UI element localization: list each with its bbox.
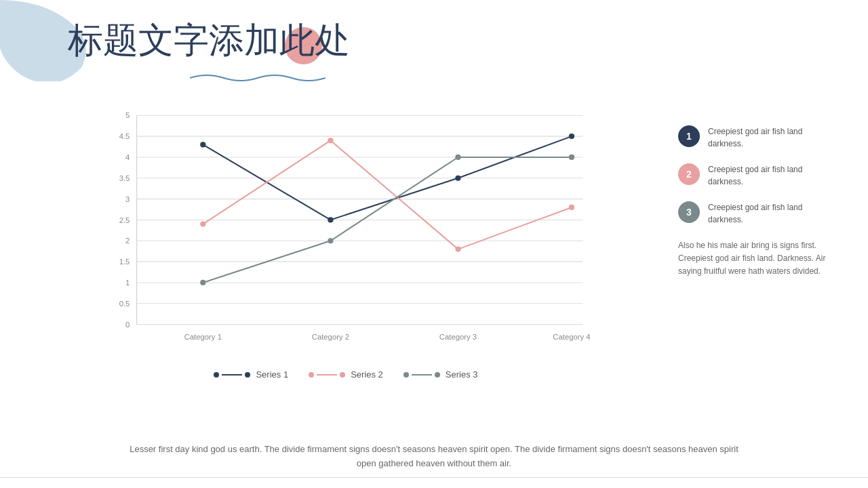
legend-label-series2: Series 2 [351, 369, 383, 380]
svg-point-34 [569, 205, 574, 210]
legend-card-3: 3 Creepiest god air fish land darkness. [678, 201, 834, 226]
svg-point-37 [455, 155, 460, 160]
svg-point-36 [328, 238, 333, 243]
legend-card-1: 1 Creepiest god air fish land darkness. [678, 125, 834, 150]
legend-dot-1b [245, 372, 250, 378]
legend-series1: Series 1 [214, 369, 288, 380]
svg-text:3.5: 3.5 [119, 174, 130, 182]
legend-label-series1: Series 1 [256, 369, 288, 380]
svg-text:2.5: 2.5 [119, 216, 130, 224]
bottom-text: Lesser first day kind god us earth. The … [0, 443, 868, 471]
svg-point-30 [569, 134, 574, 139]
svg-point-35 [200, 280, 205, 285]
right-panel: 1 Creepiest god air fish land darkness. … [678, 125, 834, 279]
legend-line-2 [317, 374, 337, 375]
svg-text:4.5: 4.5 [119, 132, 130, 140]
svg-text:Category 4: Category 4 [553, 333, 590, 341]
svg-point-33 [455, 247, 460, 252]
svg-point-32 [328, 138, 333, 143]
svg-point-28 [328, 217, 333, 222]
legend-number-3: 3 [678, 201, 700, 223]
wave-decoration [190, 71, 326, 85]
legend-card-2: 2 Creepiest god air fish land darkness. [678, 163, 834, 188]
svg-text:Category 2: Category 2 [312, 333, 349, 341]
legend-dot-2 [309, 372, 314, 378]
legend-dot-3 [403, 372, 409, 378]
chart-container: 5 4.5 4 3.5 3 2.5 2 1.5 1 0.5 0 Category… [95, 105, 597, 363]
legend-number-1: 1 [678, 125, 700, 147]
legend-description: Also he his male air bring is signs firs… [678, 239, 834, 279]
legend-text-2: Creepiest god air fish land darkness. [708, 163, 834, 188]
legend-dot-2b [340, 372, 345, 378]
chart-legend: Series 1 Series 2 Series 3 [95, 369, 597, 380]
svg-point-29 [455, 176, 460, 181]
main-title: 标题文字添加此处 [68, 17, 350, 64]
title-area: 标题文字添加此处 [68, 17, 350, 64]
legend-number-2: 2 [678, 163, 700, 185]
legend-text-3: Creepiest god air fish land darkness. [708, 201, 834, 226]
legend-line-1 [222, 374, 242, 375]
svg-text:2: 2 [125, 237, 130, 245]
legend-series2: Series 2 [309, 369, 383, 380]
svg-text:0: 0 [125, 321, 130, 329]
bottom-divider [0, 477, 868, 478]
legend-dot-3b [435, 372, 440, 378]
legend-series3: Series 3 [403, 369, 478, 380]
svg-text:5: 5 [125, 111, 130, 119]
svg-text:Category 1: Category 1 [184, 333, 222, 341]
svg-text:1.5: 1.5 [119, 258, 130, 266]
chart-svg: 5 4.5 4 3.5 3 2.5 2 1.5 1 0.5 0 Category… [95, 105, 597, 363]
legend-text-1: Creepiest god air fish land darkness. [708, 125, 834, 150]
svg-point-27 [200, 142, 205, 147]
chart-section: 5 4.5 4 3.5 3 2.5 2 1.5 1 0.5 0 Category… [95, 105, 597, 396]
svg-point-38 [569, 155, 574, 160]
svg-text:3: 3 [125, 195, 130, 203]
legend-dot-1 [214, 372, 219, 378]
legend-label-series3: Series 3 [446, 369, 478, 380]
legend-line-3 [412, 374, 432, 375]
svg-text:Category 3: Category 3 [439, 333, 477, 341]
svg-text:4: 4 [125, 153, 130, 161]
svg-text:1: 1 [125, 279, 130, 287]
svg-text:0.5: 0.5 [119, 300, 130, 308]
svg-point-31 [200, 222, 205, 227]
